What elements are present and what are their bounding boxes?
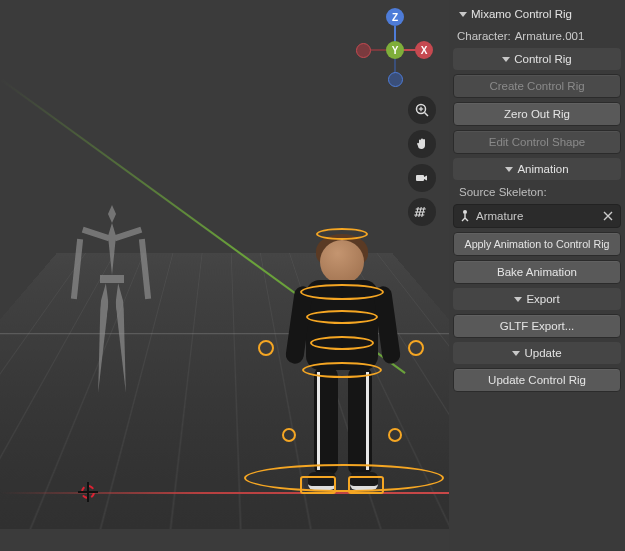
gizmo-line-z <box>394 26 396 42</box>
section-control-rig[interactable]: Control Rig <box>453 48 621 70</box>
bone-arm-l <box>71 239 83 299</box>
ctrl-ring-head[interactable] <box>316 228 368 240</box>
gizmo-axis-x[interactable]: X <box>415 41 433 59</box>
zoom-button[interactable] <box>408 96 436 124</box>
pant-stripe-r <box>366 372 369 470</box>
ctrl-ring-chest[interactable] <box>300 284 384 300</box>
bone-hip <box>100 275 124 283</box>
ortho-toggle-button[interactable] <box>408 198 436 226</box>
gizmo-axis-neg-x[interactable] <box>356 43 371 58</box>
bone-spine <box>108 223 116 275</box>
ctrl-knee-l[interactable] <box>282 428 296 442</box>
armature-icon <box>458 209 472 223</box>
close-icon <box>603 211 613 221</box>
chevron-down-icon <box>459 12 467 17</box>
pan-hand-icon <box>414 136 430 152</box>
chevron-down-icon <box>505 167 513 172</box>
source-skeleton-label: Source Skeleton: <box>453 184 621 200</box>
mixamo-panel: Mixamo Control Rig Character: Armature.0… <box>449 0 625 551</box>
gizmo-line-neg-x <box>371 49 387 51</box>
navigation-gizmo[interactable]: Z Y X <box>353 8 437 92</box>
source-skeleton-value: Armature <box>476 210 523 222</box>
pant-stripe-l <box>317 372 320 470</box>
section-animation[interactable]: Animation <box>453 158 621 180</box>
create-control-rig-button[interactable]: Create Control Rig <box>453 74 621 98</box>
section-label: Control Rig <box>514 53 572 65</box>
svg-rect-4 <box>416 175 424 181</box>
section-label: Export <box>526 293 559 305</box>
bone-leg-r <box>114 283 130 393</box>
character-row: Character: Armature.001 <box>453 28 621 44</box>
pan-button[interactable] <box>408 130 436 158</box>
character-head <box>320 240 364 284</box>
edit-control-shape-button[interactable]: Edit Control Shape <box>453 130 621 154</box>
chevron-down-icon <box>514 297 522 302</box>
ctrl-root[interactable] <box>244 464 444 492</box>
update-control-rig-button[interactable]: Update Control Rig <box>453 368 621 392</box>
ctrl-knee-r[interactable] <box>388 428 402 442</box>
ctrl-ring-spine1[interactable] <box>306 310 378 324</box>
gizmo-axis-y[interactable]: Y <box>386 41 404 59</box>
viewport-3d[interactable]: Z Y X <box>0 0 449 551</box>
section-label: Animation <box>517 163 568 175</box>
bone-arm-r <box>139 239 151 299</box>
section-update[interactable]: Update <box>453 342 621 364</box>
grid-ortho-icon <box>414 204 430 220</box>
bone-leg-l <box>94 283 110 393</box>
ctrl-ring-spine2[interactable] <box>310 336 374 350</box>
section-export[interactable]: Export <box>453 288 621 310</box>
panel-title: Mixamo Control Rig <box>471 8 572 20</box>
svg-point-5 <box>463 210 467 214</box>
ctrl-ring-hips[interactable] <box>302 362 382 378</box>
zoom-icon <box>414 102 430 118</box>
chevron-down-icon <box>512 351 520 356</box>
character-value: Armature.001 <box>515 30 585 42</box>
panel-header[interactable]: Mixamo Control Rig <box>453 4 621 24</box>
cursor-3d <box>78 482 98 502</box>
ctrl-hand-r[interactable] <box>408 340 424 356</box>
gltf-export-button[interactable]: GLTF Export... <box>453 314 621 338</box>
gizmo-axis-z[interactable]: Z <box>386 8 404 26</box>
gizmo-axis-neg-z[interactable] <box>388 72 403 87</box>
gizmo-line-neg-z <box>394 58 396 73</box>
source-skeleton-field[interactable]: Armature <box>453 204 621 228</box>
bake-animation-button[interactable]: Bake Animation <box>453 260 621 284</box>
chevron-down-icon <box>502 57 510 62</box>
character-label: Character: <box>457 30 511 42</box>
svg-line-1 <box>425 113 429 117</box>
viewport-tool-column <box>408 96 436 226</box>
camera-icon <box>414 170 430 186</box>
ctrl-hand-l[interactable] <box>258 340 274 356</box>
character-object[interactable] <box>288 240 398 508</box>
apply-animation-button[interactable]: Apply Animation to Control Rig <box>453 232 621 256</box>
bone-head <box>108 205 116 223</box>
zero-out-rig-button[interactable]: Zero Out Rig <box>453 102 621 126</box>
clear-source-button[interactable] <box>600 208 616 224</box>
camera-view-button[interactable] <box>408 164 436 192</box>
bone-clavicle-l <box>82 227 110 241</box>
source-skeleton-object[interactable] <box>72 205 152 505</box>
section-label: Update <box>524 347 561 359</box>
